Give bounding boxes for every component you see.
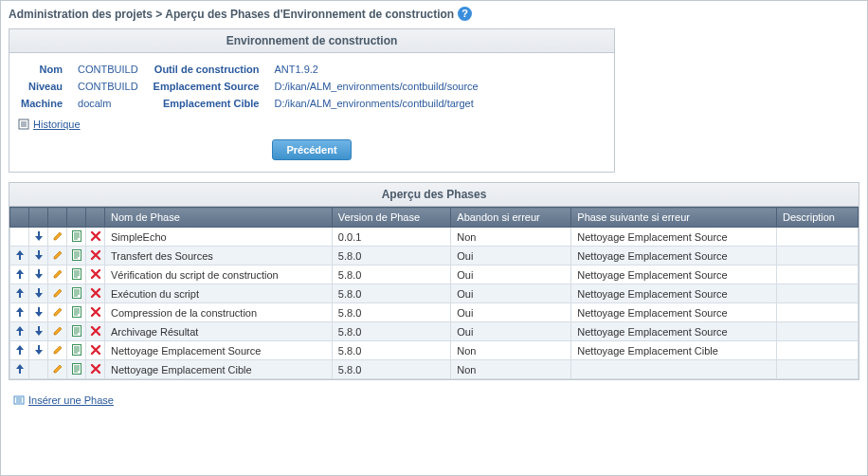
phase-next: Nettoyage Emplacement Cible: [571, 341, 777, 360]
arrow-down-icon-cell: [29, 360, 48, 379]
edit-icon[interactable]: [51, 286, 64, 300]
view-params-icon[interactable]: [70, 362, 83, 375]
arrow-up-icon[interactable]: [13, 286, 27, 300]
phase-abort: Oui: [451, 284, 571, 303]
edit-icon[interactable]: [51, 305, 64, 319]
delete-icon[interactable]: [89, 267, 102, 281]
insert-phase-label: Insérer une Phase: [28, 394, 114, 406]
insert-phase-link[interactable]: Insérer une Phase: [12, 394, 114, 407]
svg-rect-39: [72, 364, 81, 375]
arrow-down-icon-cell: [29, 284, 48, 303]
arrow-down-icon-cell: [29, 265, 48, 284]
arrow-down-icon-cell: [29, 322, 48, 341]
arrow-up-icon[interactable]: [13, 343, 27, 357]
edit-icon-cell: [48, 303, 67, 322]
env-panel-title: Environnement de construction: [9, 29, 614, 53]
arrow-up-icon-cell: [10, 265, 29, 284]
phase-desc: [776, 341, 858, 360]
table-row: SimpleEcho0.0.1NonNettoyage Emplacement …: [10, 228, 859, 247]
arrow-down-icon[interactable]: [32, 229, 45, 243]
history-link[interactable]: Historique: [17, 118, 81, 131]
arrow-up-icon-cell: [10, 247, 29, 265]
phase-desc: [776, 228, 858, 247]
breadcrumb: Administration des projets > Aperçu des …: [9, 7, 859, 21]
view-params-icon-cell: [67, 303, 86, 322]
edit-icon-cell: [48, 265, 67, 284]
table-row: Archivage Résultat5.8.0OuiNettoyage Empl…: [10, 322, 859, 341]
history-label: Historique: [33, 119, 81, 130]
delete-icon[interactable]: [89, 362, 102, 375]
arrow-up-icon-cell: [10, 228, 29, 247]
edit-icon-cell: [48, 284, 67, 303]
arrow-up-icon-cell: [10, 303, 29, 322]
arrow-up-icon[interactable]: [13, 248, 27, 262]
col-next: Phase suivante si erreur: [571, 208, 777, 228]
phase-desc: [776, 284, 858, 303]
edit-icon[interactable]: [51, 267, 64, 281]
edit-icon-cell: [48, 247, 67, 265]
phase-desc: [776, 360, 858, 379]
view-params-icon[interactable]: [70, 324, 83, 338]
view-params-icon-cell: [67, 265, 86, 284]
phase-desc: [776, 247, 858, 265]
delete-icon-cell: [86, 247, 105, 265]
delete-icon-cell: [86, 322, 105, 341]
phase-desc: [776, 265, 858, 284]
delete-icon[interactable]: [89, 286, 102, 300]
arrow-down-icon[interactable]: [32, 267, 45, 281]
view-params-icon[interactable]: [70, 286, 83, 300]
arrow-up-icon[interactable]: [13, 305, 27, 319]
phase-abort: Non: [451, 341, 571, 360]
arrow-down-icon[interactable]: [32, 248, 45, 262]
arrow-down-icon-cell: [29, 228, 48, 247]
delete-icon-cell: [86, 360, 105, 379]
delete-icon[interactable]: [89, 343, 102, 357]
view-params-icon[interactable]: [70, 229, 83, 243]
delete-icon[interactable]: [89, 305, 102, 319]
phase-next: Nettoyage Emplacement Source: [571, 303, 777, 322]
phase-abort: Oui: [451, 322, 571, 341]
env-label-src: Emplacement Source: [146, 78, 267, 95]
view-params-icon[interactable]: [70, 305, 83, 319]
delete-icon[interactable]: [89, 229, 102, 243]
delete-icon-cell: [86, 341, 105, 360]
view-params-icon[interactable]: [70, 248, 83, 262]
edit-icon[interactable]: [51, 343, 64, 357]
edit-icon[interactable]: [51, 324, 64, 338]
phase-next: Nettoyage Emplacement Source: [571, 265, 777, 284]
arrow-up-icon-cell: [10, 360, 29, 379]
delete-icon[interactable]: [89, 248, 102, 262]
svg-rect-29: [72, 326, 81, 337]
view-params-icon-cell: [67, 341, 86, 360]
edit-icon[interactable]: [51, 229, 64, 243]
arrow-up-icon[interactable]: [13, 267, 27, 281]
arrow-down-icon[interactable]: [32, 324, 45, 338]
svg-rect-9: [72, 250, 81, 261]
table-row: Exécution du script5.8.0OuiNettoyage Emp…: [10, 284, 859, 303]
arrow-up-icon[interactable]: [13, 362, 27, 375]
arrow-down-icon[interactable]: [32, 343, 45, 357]
phase-name: Archivage Résultat: [105, 322, 333, 341]
phase-name: SimpleEcho: [105, 228, 333, 247]
svg-rect-19: [72, 288, 81, 299]
env-value-machine: docalm: [70, 95, 146, 112]
phase-abort: Non: [451, 228, 571, 247]
view-params-icon[interactable]: [70, 343, 83, 357]
view-params-icon[interactable]: [70, 267, 83, 281]
delete-icon[interactable]: [89, 324, 102, 338]
phase-next: Nettoyage Emplacement Source: [571, 228, 777, 247]
phase-version: 5.8.0: [332, 284, 450, 303]
arrow-down-icon[interactable]: [32, 286, 45, 300]
edit-icon[interactable]: [51, 248, 64, 262]
arrow-up-icon[interactable]: [13, 324, 27, 338]
phase-next: [571, 360, 777, 379]
back-button[interactable]: Précédent: [272, 139, 351, 160]
edit-icon[interactable]: [51, 362, 64, 375]
arrow-down-icon[interactable]: [32, 305, 45, 319]
svg-rect-4: [72, 231, 81, 242]
arrow-up-icon-cell: [10, 322, 29, 341]
history-icon: [17, 118, 30, 131]
help-icon[interactable]: ?: [458, 7, 472, 21]
phase-next: Nettoyage Emplacement Source: [571, 247, 777, 265]
phase-name: Transfert des Sources: [105, 247, 333, 265]
